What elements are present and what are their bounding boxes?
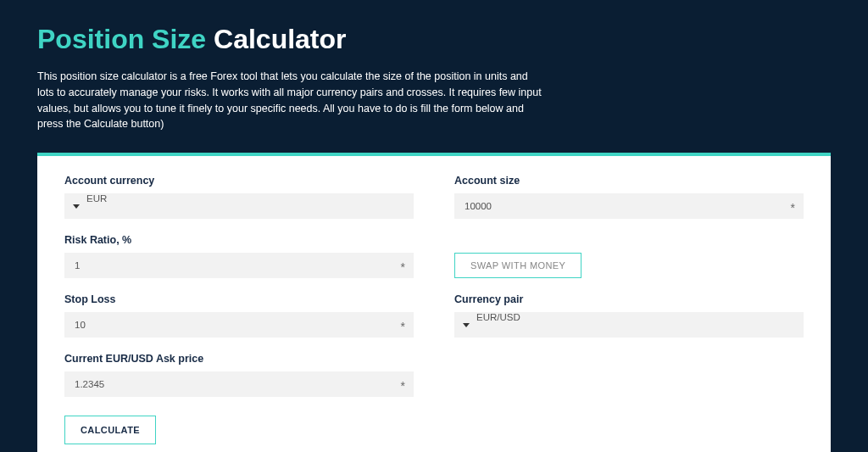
ask-price-label: Current EUR/USD Ask price: [64, 353, 414, 365]
caret-down-icon: [463, 323, 470, 327]
title-rest-text: Calculator: [214, 24, 346, 54]
ask-price-field: Current EUR/USD Ask price *: [64, 353, 414, 397]
stop-loss-input[interactable]: [64, 312, 414, 338]
swap-row: SWAP WITH MONEY: [454, 234, 804, 278]
required-asterisk-icon: *: [401, 320, 405, 333]
stop-loss-label: Stop Loss: [64, 293, 414, 305]
account-size-input[interactable]: [454, 193, 804, 219]
risk-ratio-input[interactable]: [64, 253, 414, 278]
currency-pair-field: Currency pair EUR/USD: [454, 293, 804, 338]
currency-pair-value: EUR/USD: [454, 312, 804, 338]
account-currency-value: EUR: [64, 193, 414, 219]
required-asterisk-icon: *: [401, 379, 405, 393]
calculate-button[interactable]: CALCULATE: [64, 416, 156, 444]
stop-loss-field: Stop Loss *: [64, 293, 414, 338]
ask-price-input[interactable]: [64, 371, 414, 397]
account-size-label: Account size: [454, 175, 804, 187]
account-currency-field: Account currency EUR: [64, 175, 414, 219]
calculator-card: Account currency EUR Account size * Risk…: [37, 153, 831, 452]
risk-ratio-field: Risk Ratio, % *: [64, 234, 414, 278]
page-description: This position size calculator is a free …: [37, 69, 546, 132]
required-asterisk-icon: *: [791, 201, 795, 215]
risk-ratio-label: Risk Ratio, %: [64, 234, 414, 246]
page-title: Position Size Calculator: [37, 24, 831, 55]
title-accent: Position Size: [37, 24, 206, 54]
currency-pair-select[interactable]: EUR/USD: [454, 312, 804, 338]
swap-with-money-button[interactable]: SWAP WITH MONEY: [454, 253, 581, 278]
caret-down-icon: [73, 204, 80, 209]
currency-pair-label: Currency pair: [454, 293, 804, 305]
account-size-field: Account size *: [454, 175, 804, 219]
account-currency-label: Account currency: [64, 175, 414, 187]
empty-cell: [454, 353, 804, 397]
account-currency-select[interactable]: EUR: [64, 193, 414, 219]
required-asterisk-icon: *: [401, 260, 405, 274]
